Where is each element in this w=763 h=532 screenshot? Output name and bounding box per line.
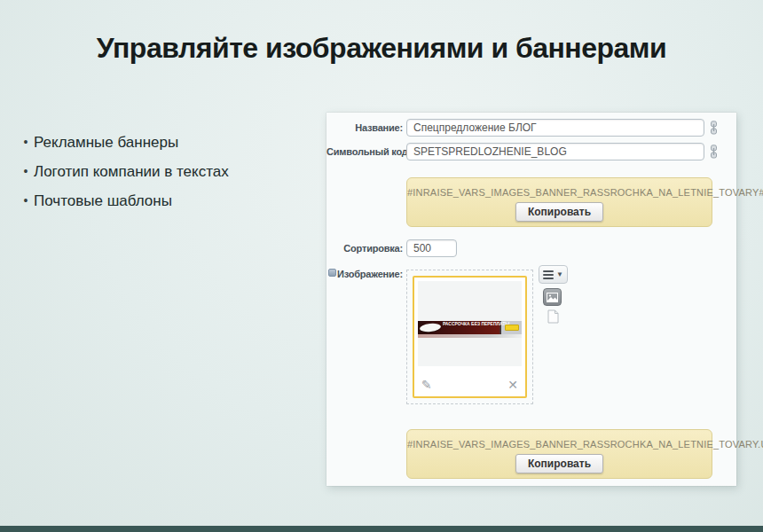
image-thumbnail-frame[interactable]: РАССРОЧКА БЕЗ ПЕРЕПЛАТЫ ✎ ✕ — [413, 276, 527, 398]
image-menu-dropdown-button[interactable]: ▼ — [539, 265, 568, 284]
banner-product-image — [420, 323, 442, 332]
image-preview: РАССРОЧКА БЕЗ ПЕРЕПЛАТЫ — [418, 281, 522, 366]
bullet-icon: • — [18, 192, 34, 210]
list-item-label: Рекламные баннеры — [34, 133, 178, 152]
list-item: • Рекламные баннеры — [18, 133, 229, 152]
translit-chain-icon[interactable] — [710, 145, 718, 159]
list-item: • Логотип компании в текстах — [18, 162, 229, 181]
translit-chain-icon[interactable] — [710, 121, 718, 135]
macro-code-box-top: #INRAISE_VARS_IMAGES_BANNER_RASSROCHKA_N… — [406, 177, 712, 227]
image-upload-button[interactable] — [543, 288, 562, 306]
name-input[interactable] — [406, 119, 704, 137]
banner-text: РАССРОЧКА БЕЗ ПЕРЕПЛАТЫ — [443, 322, 515, 327]
sort-input[interactable] — [406, 239, 457, 257]
edit-form-panel: Название: Символьный код: #INRAISE_VARS_… — [326, 113, 736, 486]
macro-code-text: #INRAISE_VARS_IMAGES_BANNER_RASSROCHKA_N… — [407, 187, 712, 198]
edit-pencil-icon[interactable]: ✎ — [421, 379, 432, 391]
code-field-label: Символьный код: — [326, 146, 403, 157]
copy-button[interactable]: Копировать — [515, 454, 603, 473]
list-item: • Почтовые шаблоны — [18, 192, 229, 210]
document-icon[interactable] — [547, 309, 559, 324]
list-item-label: Логотип компании в текстах — [34, 162, 229, 181]
banner-subtext-line — [418, 334, 522, 338]
symbolic-code-input[interactable] — [406, 143, 704, 160]
list-item-label: Почтовые шаблоны — [34, 192, 172, 210]
bullet-icon: • — [18, 162, 34, 181]
macro-code-text: #INRAISE_VARS_IMAGES_BANNER_RASSROCHKA_N… — [407, 439, 712, 450]
bullet-icon: • — [18, 133, 34, 152]
image-field-label: Изображение: — [326, 269, 403, 279]
sort-field-label: Сортировка: — [326, 243, 403, 254]
footer-accent-bar — [0, 526, 763, 532]
banner-thumbnail: РАССРОЧКА БЕЗ ПЕРЕПЛАТЫ — [418, 321, 522, 334]
chevron-down-icon: ▼ — [556, 270, 563, 278]
feature-list: • Рекламные баннеры • Логотип компании в… — [18, 133, 229, 221]
image-icon — [547, 293, 558, 302]
banner-cta-button — [505, 325, 519, 331]
page-title: Управляйте изображениями и баннерами — [0, 32, 763, 65]
image-dropzone[interactable]: РАССРОЧКА БЕЗ ПЕРЕПЛАТЫ ✎ ✕ — [406, 270, 533, 404]
name-field-label: Название: — [326, 122, 403, 133]
macro-code-box-bottom: #INRAISE_VARS_IMAGES_BANNER_RASSROCHKA_N… — [406, 429, 712, 479]
delete-x-icon[interactable]: ✕ — [507, 379, 518, 391]
hamburger-menu-icon — [543, 269, 554, 281]
copy-button[interactable]: Копировать — [515, 202, 603, 222]
